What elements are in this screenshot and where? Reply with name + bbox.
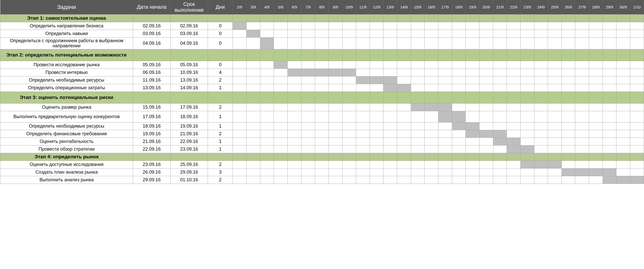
gantt-cell[interactable] bbox=[616, 130, 630, 138]
gantt-cell[interactable] bbox=[411, 49, 425, 61]
gantt-cell[interactable] bbox=[507, 30, 521, 37]
gantt-cell[interactable] bbox=[493, 161, 507, 168]
cell-due[interactable]: 21.09.16 bbox=[170, 130, 208, 138]
gantt-cell[interactable] bbox=[411, 122, 425, 130]
gantt-cell[interactable] bbox=[342, 37, 356, 49]
gantt-cell[interactable] bbox=[329, 37, 342, 49]
gantt-cell[interactable] bbox=[589, 61, 603, 69]
gantt-cell[interactable] bbox=[493, 92, 507, 103]
gantt-cell[interactable] bbox=[287, 37, 301, 49]
gantt-cell[interactable] bbox=[589, 30, 603, 37]
gantt-cell[interactable] bbox=[342, 176, 356, 184]
gantt-cell[interactable] bbox=[452, 176, 466, 184]
gantt-cell[interactable] bbox=[397, 103, 411, 111]
gantt-cell[interactable] bbox=[438, 61, 452, 69]
cell-days[interactable]: 1 bbox=[208, 138, 233, 145]
gantt-cell[interactable] bbox=[287, 103, 301, 111]
gantt-cell[interactable] bbox=[342, 111, 356, 122]
gantt-cell[interactable] bbox=[452, 153, 466, 161]
gantt-cell[interactable] bbox=[534, 176, 548, 184]
cell-start[interactable] bbox=[133, 14, 170, 22]
cell-start[interactable]: 04.09.16 bbox=[133, 37, 170, 49]
gantt-cell[interactable] bbox=[616, 22, 630, 30]
gantt-cell[interactable] bbox=[411, 130, 425, 138]
cell-due[interactable]: 29.09.16 bbox=[170, 168, 208, 176]
gantt-cell[interactable] bbox=[575, 153, 589, 161]
task-name[interactable]: Этап 4: определить рынок bbox=[0, 153, 133, 161]
gantt-cell[interactable] bbox=[329, 161, 342, 168]
gantt-bar-cell[interactable] bbox=[438, 103, 452, 111]
gantt-cell[interactable] bbox=[575, 14, 589, 22]
cell-days[interactable] bbox=[208, 153, 233, 161]
gantt-cell[interactable] bbox=[603, 30, 616, 37]
gantt-cell[interactable] bbox=[575, 22, 589, 30]
gantt-cell[interactable] bbox=[466, 84, 479, 92]
gantt-cell[interactable] bbox=[630, 49, 644, 61]
cell-due[interactable]: 22.09.16 bbox=[170, 138, 208, 145]
cell-due[interactable] bbox=[170, 92, 208, 103]
gantt-cell[interactable] bbox=[301, 84, 315, 92]
gantt-cell[interactable] bbox=[479, 138, 493, 145]
gantt-cell[interactable] bbox=[603, 122, 616, 130]
gantt-cell[interactable] bbox=[561, 14, 575, 22]
gantt-cell[interactable] bbox=[479, 122, 493, 130]
gantt-bar-cell[interactable] bbox=[342, 69, 356, 76]
gantt-cell[interactable] bbox=[534, 49, 548, 61]
gantt-cell[interactable] bbox=[411, 76, 425, 84]
gantt-cell[interactable] bbox=[329, 145, 342, 153]
gantt-cell[interactable] bbox=[548, 76, 562, 84]
gantt-cell[interactable] bbox=[315, 37, 329, 49]
gantt-cell[interactable] bbox=[287, 22, 301, 30]
gantt-cell[interactable] bbox=[616, 92, 630, 103]
gantt-cell[interactable] bbox=[493, 69, 507, 76]
gantt-cell[interactable] bbox=[561, 111, 575, 122]
gantt-cell[interactable] bbox=[233, 69, 247, 76]
gantt-cell[interactable] bbox=[548, 14, 562, 22]
gantt-cell[interactable] bbox=[233, 153, 247, 161]
gantt-cell[interactable] bbox=[301, 61, 315, 69]
gantt-cell[interactable] bbox=[425, 49, 438, 61]
gantt-cell[interactable] bbox=[356, 49, 370, 61]
gantt-cell[interactable] bbox=[493, 14, 507, 22]
gantt-bar-cell[interactable] bbox=[603, 168, 616, 176]
gantt-cell[interactable] bbox=[247, 84, 260, 92]
cell-due[interactable]: 17.09.16 bbox=[170, 103, 208, 111]
gantt-cell[interactable] bbox=[616, 103, 630, 111]
gantt-cell[interactable] bbox=[247, 103, 260, 111]
gantt-cell[interactable] bbox=[534, 69, 548, 76]
gantt-cell[interactable] bbox=[329, 84, 342, 92]
gantt-cell[interactable] bbox=[411, 168, 425, 176]
gantt-bar-cell[interactable] bbox=[329, 69, 342, 76]
gantt-cell[interactable] bbox=[630, 161, 644, 168]
gantt-cell[interactable] bbox=[507, 37, 521, 49]
task-name[interactable]: Оценить рентабельность bbox=[0, 138, 133, 145]
gantt-cell[interactable] bbox=[438, 92, 452, 103]
gantt-bar-cell[interactable] bbox=[603, 176, 616, 184]
gantt-cell[interactable] bbox=[520, 92, 534, 103]
gantt-cell[interactable] bbox=[274, 138, 288, 145]
gantt-cell[interactable] bbox=[452, 22, 466, 30]
gantt-cell[interactable] bbox=[438, 153, 452, 161]
task-name[interactable]: Определить направление бизнеса bbox=[0, 22, 133, 30]
gantt-cell[interactable] bbox=[548, 111, 562, 122]
cell-days[interactable] bbox=[208, 92, 233, 103]
gantt-cell[interactable] bbox=[466, 76, 479, 84]
gantt-bar-cell[interactable] bbox=[616, 176, 630, 184]
gantt-cell[interactable] bbox=[425, 92, 438, 103]
gantt-cell[interactable] bbox=[507, 22, 521, 30]
gantt-bar-cell[interactable] bbox=[356, 76, 370, 84]
gantt-cell[interactable] bbox=[315, 138, 329, 145]
gantt-cell[interactable] bbox=[315, 84, 329, 92]
gantt-cell[interactable] bbox=[383, 37, 397, 49]
gantt-cell[interactable] bbox=[370, 111, 383, 122]
gantt-cell[interactable] bbox=[479, 153, 493, 161]
gantt-cell[interactable] bbox=[603, 153, 616, 161]
gantt-cell[interactable] bbox=[425, 14, 438, 22]
cell-days[interactable]: 2 bbox=[208, 176, 233, 184]
gantt-cell[interactable] bbox=[630, 22, 644, 30]
gantt-bar-cell[interactable] bbox=[493, 130, 507, 138]
gantt-cell[interactable] bbox=[342, 14, 356, 22]
gantt-cell[interactable] bbox=[452, 84, 466, 92]
gantt-cell[interactable] bbox=[575, 103, 589, 111]
gantt-cell[interactable] bbox=[274, 92, 288, 103]
